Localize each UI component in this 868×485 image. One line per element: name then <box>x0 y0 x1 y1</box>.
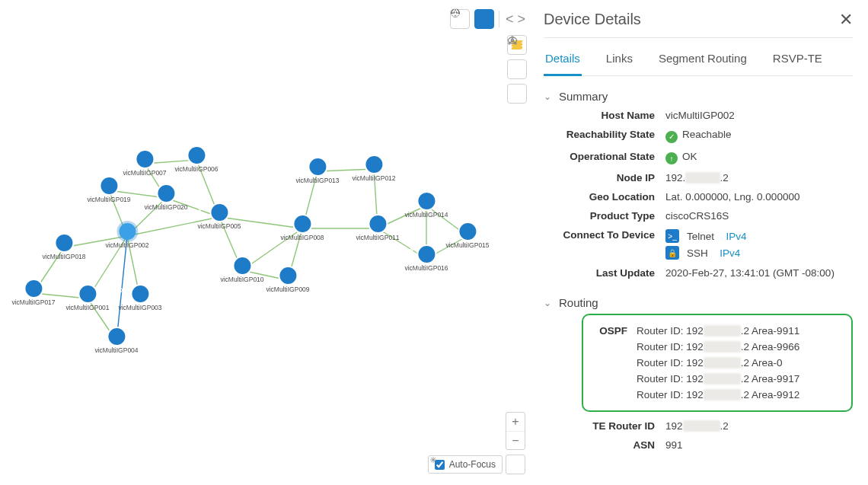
ospf-row: OSPFRouter ID: 192.000.00.2 Area-9911 <box>583 323 841 339</box>
zoom-controls: + − <box>506 412 525 450</box>
close-icon[interactable]: ✕ <box>839 11 853 28</box>
router-icon <box>188 147 205 164</box>
topology-view-button[interactable] <box>474 9 494 29</box>
chevron-down-icon: ⌄ <box>544 298 551 308</box>
router-icon <box>56 235 72 251</box>
ssh-label: SSH <box>687 247 708 259</box>
svg-point-32 <box>455 14 457 17</box>
topology-node[interactable]: vicMultiIGP011 <box>356 215 399 241</box>
summary-header[interactable]: ⌄ Summary <box>544 87 853 106</box>
fit-screen-button[interactable] <box>506 455 525 474</box>
asn-label: ASN <box>544 439 665 451</box>
topology-canvas[interactable]: vicMultiIGP007vicMultiIGP006vicMultiIGP0… <box>0 0 533 485</box>
geo-value: Lat. 0.000000, Lng. 0.000000 <box>665 191 853 203</box>
topology-node[interactable]: vicMultiIGP009 <box>266 267 309 293</box>
router-icon <box>369 215 386 232</box>
ospf-row: Router ID: 192.000.00.2 Area-0 <box>583 355 841 371</box>
visibility-button[interactable] <box>507 59 527 79</box>
topology-node[interactable]: vicMultiIGP014 <box>404 193 448 219</box>
lock-icon: 🔒 <box>665 246 679 260</box>
topology-node[interactable]: vicMultiIGP013 <box>295 158 339 184</box>
operational-label: Operational State <box>544 151 665 162</box>
check-icon: ✓ <box>665 131 678 143</box>
canvas-top-toolbar: < > <box>450 8 527 30</box>
svg-point-30 <box>455 8 457 11</box>
topology-node[interactable]: vicMultiIGP015 <box>445 223 489 249</box>
ospf-row: Router ID: 192.000.00.2 Area-9966 <box>583 339 841 355</box>
svg-point-35 <box>512 37 513 38</box>
router-icon <box>108 328 125 345</box>
router-icon <box>234 257 251 274</box>
hierarchy-icon <box>507 35 518 46</box>
topology-node[interactable]: vicMultiIGP005 <box>197 204 241 230</box>
topology-node[interactable]: vicMultiIGP019 <box>87 177 130 203</box>
ospf-row: Router ID: 192.000.00.2 Area-9912 <box>583 387 841 403</box>
canvas-side-toolbar <box>507 35 527 104</box>
hostname-value: vicMultiIGP002 <box>665 110 853 121</box>
router-icon <box>132 286 148 302</box>
ospf-row: Router ID: 192.000.00.2 Area-9917 <box>583 371 841 387</box>
panel-tabs: DetailsLinksSegment RoutingRSVP-TE <box>544 41 853 76</box>
router-icon <box>365 156 382 173</box>
panel-title: Device Details <box>544 11 641 28</box>
terminal-icon: >_ <box>665 229 679 243</box>
auto-focus-label: Auto-Focus <box>449 459 496 470</box>
terouterid-label: TE Router ID <box>544 420 665 432</box>
product-value: ciscoCRS16S <box>665 210 853 222</box>
topology-node[interactable]: vicMultiIGP007 <box>123 151 166 177</box>
product-label: Product Type <box>544 210 665 222</box>
nodeip-value: 192.000.00.2 <box>665 172 853 183</box>
reachability-label: Reachability State <box>544 129 665 140</box>
topology-node[interactable]: vicMultiIGP004 <box>94 328 138 354</box>
auto-focus-toggle[interactable]: Auto-Focus <box>428 455 503 474</box>
topology-node[interactable]: vicMultiIGP003 <box>118 286 161 311</box>
router-icon <box>418 193 435 209</box>
code-toggle-button[interactable]: < > <box>504 8 527 30</box>
terouterid-value: 192.000.00.2 <box>665 420 853 432</box>
topology-node[interactable]: vicMultiIGP016 <box>404 246 448 272</box>
operational-value: ↑OK <box>665 151 853 165</box>
connect-label: Connect To Device <box>544 229 665 241</box>
topology-node[interactable]: vicMultiIGP012 <box>352 156 395 182</box>
router-icon <box>309 158 326 175</box>
topology-node[interactable]: vicMultiIGP008 <box>280 215 324 241</box>
lastupdate-value: 2020-Feb-27, 13:41:01 (GMT -08:00) <box>665 267 853 279</box>
router-icon <box>79 286 96 302</box>
hierarchy-button[interactable] <box>507 84 527 104</box>
router-icon <box>158 185 174 202</box>
details-panel: Device Details ✕ DetailsLinksSegment Rou… <box>533 0 868 485</box>
topology-node[interactable]: vicMultiIGP001 <box>65 286 109 311</box>
telnet-label: Telnet <box>687 231 714 242</box>
tab-segment-routing[interactable]: Segment Routing <box>657 41 748 76</box>
router-icon <box>294 215 311 232</box>
ospf-highlight-box: OSPFRouter ID: 192.000.00.2 Area-9911Rou… <box>582 314 853 412</box>
geo-label: Geo Location <box>544 191 665 203</box>
routing-header[interactable]: ⌄ Routing <box>544 293 853 312</box>
router-icon <box>459 223 476 240</box>
router-icon <box>119 223 136 240</box>
zoom-out-button[interactable]: − <box>506 431 525 449</box>
router-icon <box>418 246 435 263</box>
telnet-ipv4-link[interactable]: IPv4 <box>726 231 747 242</box>
ssh-ipv4-link[interactable]: IPv4 <box>720 247 740 259</box>
asn-value: 991 <box>665 439 853 451</box>
tab-links[interactable]: Links <box>605 41 634 76</box>
up-arrow-icon: ↑ <box>665 152 678 164</box>
router-icon <box>101 177 117 194</box>
topology-node[interactable]: vicMultiIGP006 <box>174 147 218 173</box>
router-icon <box>136 151 153 168</box>
fit-icon <box>428 455 439 465</box>
topology-node[interactable]: vicMultiIGP018 <box>42 235 85 260</box>
topology-node[interactable]: vicMultiIGP002 <box>105 223 148 249</box>
nodeip-label: Node IP <box>544 172 665 183</box>
tab-rsvp-te[interactable]: RSVP-TE <box>771 41 824 76</box>
tab-details[interactable]: Details <box>544 41 582 76</box>
router-icon <box>211 204 228 221</box>
topology-node[interactable]: vicMultiIGP017 <box>11 280 55 306</box>
topology-node[interactable]: vicMultiIGP020 <box>144 185 187 211</box>
router-icon <box>279 267 296 284</box>
topology-node[interactable]: vicMultiIGP010 <box>220 257 263 283</box>
zoom-in-button[interactable]: + <box>506 413 525 431</box>
chevron-down-icon: ⌄ <box>544 91 551 102</box>
router-icon <box>25 280 42 297</box>
